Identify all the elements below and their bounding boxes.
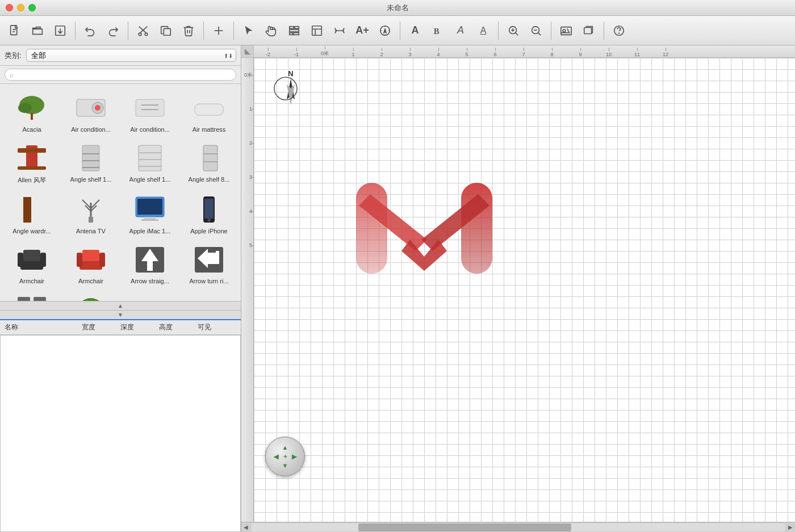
category-select-wrapper[interactable]: 全部 家具 电器 植物 照明 ⬆⬇ bbox=[26, 49, 236, 62]
canvas-grid[interactable]: N bbox=[254, 58, 795, 522]
compass-button[interactable] bbox=[375, 20, 395, 41]
add-point-button[interactable] bbox=[208, 20, 229, 41]
items-grid: Acacia Air condition... Air condition...… bbox=[0, 84, 241, 301]
svg-point-32 bbox=[95, 105, 101, 111]
compass-circle-icon bbox=[273, 76, 298, 101]
nav-circle[interactable]: ▲ ◀ ✛ ▶ ▼ bbox=[265, 437, 305, 476]
props-body bbox=[0, 335, 241, 533]
list-item[interactable]: Armchair bbox=[61, 238, 120, 288]
copy-button[interactable] bbox=[156, 20, 176, 41]
list-item[interactable]: Apple iMac 1... bbox=[120, 188, 179, 238]
props-header: 名称 宽度 深度 高度 可见 bbox=[0, 320, 241, 335]
font-button-b[interactable]: B bbox=[428, 20, 448, 41]
wall-button[interactable] bbox=[284, 20, 304, 41]
list-item[interactable]: Antena TV bbox=[61, 188, 120, 238]
list-item[interactable]: Rug... bbox=[120, 288, 179, 301]
list-item[interactable]: Armchair bbox=[2, 238, 61, 288]
select-button[interactable] bbox=[238, 20, 259, 41]
category-bar: 类别: 全部 家具 电器 植物 照明 ⬆⬇ bbox=[0, 45, 241, 66]
delete-button[interactable] bbox=[178, 20, 199, 41]
scroll-right-icon[interactable]: ▶ bbox=[786, 524, 795, 530]
zoom-out-button[interactable] bbox=[526, 20, 546, 41]
properties-panel: 名称 宽度 深度 高度 可见 bbox=[0, 319, 241, 533]
canvas-area[interactable]: 0米 1 2 3 4 5 N bbox=[241, 58, 795, 522]
item-label-arrow1: Arrow straig... bbox=[131, 278, 169, 284]
item-icon-shelf3 bbox=[189, 141, 229, 175]
scroll-down-indicator[interactable]: ▼ bbox=[0, 310, 241, 319]
list-item[interactable]: Angle shelf 1... bbox=[61, 136, 120, 188]
item-label-armchair1: Armchair bbox=[19, 278, 44, 284]
cut-button[interactable] bbox=[133, 20, 153, 41]
hand-button[interactable] bbox=[261, 20, 282, 41]
scrollbar-thumb bbox=[358, 523, 572, 531]
open-button[interactable] bbox=[27, 20, 48, 41]
import-button[interactable] bbox=[50, 20, 70, 41]
list-item[interactable]: Air condition... bbox=[61, 86, 120, 136]
scroll-left-icon[interactable]: ◀ bbox=[241, 524, 250, 530]
nav-left-arrow-icon[interactable]: ◀ bbox=[271, 452, 281, 461]
item-icon-ac1 bbox=[70, 91, 111, 125]
close-button[interactable] bbox=[6, 4, 13, 11]
list-item[interactable]: Crib... bbox=[179, 288, 238, 301]
category-select[interactable]: 全部 家具 电器 植物 照明 bbox=[26, 49, 236, 62]
font-button-d[interactable]: A bbox=[473, 20, 493, 41]
minimize-button[interactable] bbox=[17, 4, 24, 11]
list-item[interactable]: Apple iPhone bbox=[179, 188, 238, 238]
3d-button[interactable] bbox=[579, 20, 599, 41]
item-label-ac1: Air condition... bbox=[71, 126, 111, 133]
nav-down-arrow-icon[interactable]: ▼ bbox=[281, 461, 290, 470]
svg-rect-4 bbox=[164, 28, 170, 35]
zoom-in-button[interactable] bbox=[503, 20, 524, 41]
ruler-left-mark: 3 bbox=[249, 160, 252, 194]
redo-button[interactable] bbox=[103, 20, 123, 41]
font-button-a[interactable]: A bbox=[405, 20, 425, 41]
ruler-mark: 11 bbox=[623, 48, 651, 57]
svg-point-26 bbox=[619, 33, 620, 33]
horizontal-scrollbar[interactable] bbox=[252, 523, 785, 531]
font-button-c[interactable]: A bbox=[450, 20, 471, 41]
list-item[interactable]: Air condition... bbox=[120, 86, 179, 136]
sep-2 bbox=[128, 22, 128, 40]
svg-rect-73 bbox=[82, 250, 99, 261]
svg-rect-0 bbox=[11, 25, 17, 35]
help-button[interactable] bbox=[609, 20, 629, 41]
item-icon-wardrobe bbox=[11, 192, 52, 227]
list-item[interactable]: Angle wardr... bbox=[2, 188, 61, 238]
room-button[interactable] bbox=[307, 20, 327, 41]
main-layout: 类别: 全部 家具 电器 植物 照明 ⬆⬇ ⌕ bbox=[0, 45, 795, 532]
ruler-top-marks: -2 -1 0米 1 2 3 4 5 6 7 8 9 10 11 12 bbox=[254, 45, 680, 57]
svg-rect-62 bbox=[141, 219, 158, 221]
list-item[interactable]: Arrow straig... bbox=[120, 238, 179, 288]
list-item[interactable]: Angle shelf 8... bbox=[179, 136, 238, 188]
photo-button[interactable] bbox=[556, 20, 576, 41]
nav-control[interactable]: ▲ ◀ ✛ ▶ ▼ bbox=[265, 437, 305, 476]
canvas-panel: -2 -1 0米 1 2 3 4 5 6 7 8 9 10 11 12 0米 bbox=[241, 45, 795, 532]
svg-rect-9 bbox=[295, 26, 299, 28]
list-item[interactable]: Air mattress bbox=[179, 86, 238, 136]
svg-point-93 bbox=[274, 77, 297, 100]
list-item[interactable]: Curtain... bbox=[2, 288, 61, 301]
list-item[interactable]: Angle shelf 1... bbox=[120, 136, 179, 188]
ruler-mark: 7 bbox=[509, 48, 538, 57]
list-item[interactable]: Acacia bbox=[2, 86, 61, 136]
list-item[interactable]: Allen 风琴 bbox=[2, 136, 61, 188]
nav-center-icon[interactable]: ✛ bbox=[281, 452, 290, 461]
category-label: 类别: bbox=[5, 51, 22, 61]
nav-right-arrow-icon[interactable]: ▶ bbox=[290, 452, 299, 461]
new-file-button[interactable] bbox=[5, 20, 25, 41]
list-item[interactable]: Arrow turn ri... bbox=[179, 238, 238, 288]
nav-up-arrow-icon[interactable]: ▲ bbox=[281, 443, 290, 452]
svg-rect-7 bbox=[290, 30, 299, 32]
search-input[interactable] bbox=[16, 70, 231, 79]
canvas-object[interactable] bbox=[339, 171, 509, 299]
item-label-shelf3: Angle shelf 8... bbox=[189, 176, 230, 183]
list-item[interactable]: Plant... bbox=[61, 288, 120, 301]
text-button[interactable]: A+ bbox=[352, 20, 373, 41]
dimension-button[interactable] bbox=[329, 20, 350, 41]
search-input-wrapper[interactable]: ⌕ bbox=[5, 69, 236, 81]
maximize-button[interactable] bbox=[28, 4, 36, 11]
scroll-up-indicator[interactable]: ▲ bbox=[0, 301, 241, 310]
ruler-left-mark: 2 bbox=[249, 126, 252, 160]
undo-button[interactable] bbox=[80, 20, 101, 41]
gmail-logo-icon bbox=[339, 171, 509, 296]
